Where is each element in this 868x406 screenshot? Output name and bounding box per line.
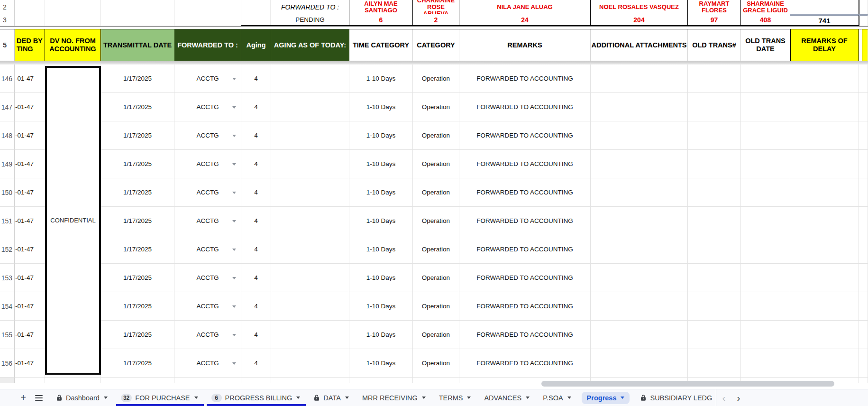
cell-category[interactable]: Operation [413,321,459,349]
cell-remarks[interactable]: FORWARDED TO ACCOUNTING [459,121,591,150]
cell-transmittal-date[interactable]: 1/17/2025 [101,349,174,378]
cell-forwarded-by[interactable]: -01-47 [15,178,45,207]
cell-forwarded-to-dropdown[interactable]: ACCTG [174,292,241,321]
cell-empty[interactable] [241,14,271,26]
cell-empty[interactable] [15,14,45,26]
cell-transmittal-date[interactable]: 1/17/2025 [101,321,174,349]
cell-time-category[interactable]: 1-10 Days [349,292,413,321]
row-number[interactable]: 148 [0,121,15,150]
cell-empty[interactable] [271,378,349,383]
row-number[interactable]: 3 [0,14,15,26]
tab-menu-caret-icon[interactable] [422,397,426,399]
cell-aging[interactable]: 4 [241,207,271,235]
cell-forwarded-to-dropdown[interactable]: ACCTG [174,121,241,150]
pending-count-cell[interactable]: 97 [688,14,741,26]
cell-aging[interactable]: 4 [241,150,271,178]
cell-aging[interactable]: 4 [241,65,271,93]
cell-empty[interactable] [15,378,45,383]
cell-forwarded-by[interactable]: -01-47 [15,93,45,121]
tab-menu-caret-icon[interactable] [104,397,108,399]
header-transmittal-date[interactable]: TRANSMITTAL DATE [101,29,174,61]
cell-aging-as-of-today[interactable] [271,264,349,292]
cell-old-trans-date[interactable] [741,121,790,150]
cell-old-trans-date[interactable] [741,178,790,207]
cell-time-category[interactable]: 1-10 Days [349,178,413,207]
cell-forwarded-by[interactable]: -01-47 [15,121,45,150]
row-number[interactable] [0,378,15,383]
person-name-cell[interactable]: RAYMART FLORES [688,0,741,14]
cell-old-trans-date[interactable] [741,264,790,292]
header-forwarded-to[interactable]: FORWARDED TO : [174,29,241,61]
cell-old-trans-no[interactable] [688,93,741,121]
cell-remarks[interactable]: FORWARDED TO ACCOUNTING [459,292,591,321]
header-forwarded-by[interactable]: DED BY TING [15,29,45,61]
dropdown-caret-icon[interactable] [232,163,236,166]
cell-forwarded-by[interactable]: -01-47 [15,65,45,93]
cell-remarks[interactable]: FORWARDED TO ACCOUNTING [459,321,591,349]
row-number[interactable]: 146 [0,65,15,93]
cell-aging-as-of-today[interactable] [271,235,349,264]
cell-forwarded-to-dropdown[interactable]: ACCTG [174,235,241,264]
cell-forwarded-by[interactable]: -01-47 [15,349,45,378]
header-old-trans-no[interactable]: OLD TRANS# [688,29,741,61]
cell-transmittal-date[interactable]: 1/17/2025 [101,150,174,178]
cell-empty[interactable] [45,0,101,14]
cell-old-trans-date[interactable] [741,235,790,264]
cell-transmittal-date[interactable]: 1/17/2025 [101,121,174,150]
cell-category[interactable]: Operation [413,93,459,121]
tab-subsidiary-ledger[interactable]: SUBSIDIARY LEDG [633,389,716,406]
cell-remarks[interactable]: FORWARDED TO ACCOUNTING [459,264,591,292]
cell-additional-attachments[interactable] [591,349,688,378]
tab-menu-caret-icon[interactable] [621,397,624,399]
person-name-cell[interactable]: NOEL ROSALES VASQUEZ [591,0,688,14]
cell-old-trans-date[interactable] [741,349,790,378]
cell-additional-attachments[interactable] [591,150,688,178]
cell-time-category[interactable]: 1-10 Days [349,321,413,349]
dropdown-caret-icon[interactable] [232,135,236,137]
cell-remarks-of-delay[interactable] [790,150,859,178]
cell-empty[interactable] [174,378,241,383]
cell-remarks[interactable]: FORWARDED TO ACCOUNTING [459,235,591,264]
cell-category[interactable]: Operation [413,121,459,150]
cell-forwarded-to-dropdown[interactable]: ACCTG [174,65,241,93]
cell-category[interactable]: Operation [413,349,459,378]
tab-for-purchase[interactable]: 32 FOR PURCHASE [114,389,205,406]
cell-aging[interactable]: 4 [241,235,271,264]
cell-forwarded-to-dropdown[interactable]: ACCTG [174,178,241,207]
pending-count-cell[interactable]: 408 [741,14,790,26]
cell-empty[interactable] [174,14,241,26]
cell-old-trans-no[interactable] [688,349,741,378]
header-additional-attachments[interactable]: ADDITIONAL ATTACHMENTS [591,29,688,61]
dropdown-caret-icon[interactable] [232,192,236,194]
cell-old-trans-no[interactable] [688,121,741,150]
cell-old-trans-no[interactable] [688,264,741,292]
cell-forwarded-by[interactable]: -01-47 [15,292,45,321]
cell-old-trans-date[interactable] [741,65,790,93]
row-number[interactable]: 5 [0,29,15,61]
cell-forwarded-by[interactable]: -01-47 [15,150,45,178]
dropdown-caret-icon[interactable] [232,277,236,279]
cell-old-trans-no[interactable] [688,207,741,235]
cell-transmittal-date[interactable]: 1/17/2025 [101,235,174,264]
cell-empty[interactable] [241,0,271,14]
cell-category[interactable]: Operation [413,235,459,264]
cell-aging-as-of-today[interactable] [271,65,349,93]
header-aging-as-of-today[interactable]: AGING AS OF TODAY: [271,29,349,61]
header-dv-no[interactable]: DV NO. FROM ACCOUNTING [45,29,101,61]
cell-old-trans-date[interactable] [741,93,790,121]
cell-aging[interactable]: 4 [241,93,271,121]
cell-remarks[interactable]: FORWARDED TO ACCOUNTING [459,178,591,207]
cell-empty[interactable] [174,0,241,14]
cell-forwarded-by[interactable]: -01-47 [15,264,45,292]
pending-count-cell[interactable]: 2 [413,14,459,26]
cell-old-trans-date[interactable] [741,207,790,235]
header-remarks-of-delay[interactable]: REMARKS OF DELAY [790,29,859,61]
row-number[interactable]: 150 [0,178,15,207]
cell-forwarded-by[interactable]: -01-47 [15,321,45,349]
tab-menu-caret-icon[interactable] [567,397,571,399]
row-number[interactable]: 154 [0,292,15,321]
person-name-cell[interactable]: AILYN MAE SANTIAGO [349,0,413,14]
cell-remarks-of-delay[interactable] [790,65,859,93]
cell-additional-attachments[interactable] [591,65,688,93]
pending-count-cell[interactable]: 6 [349,14,413,26]
